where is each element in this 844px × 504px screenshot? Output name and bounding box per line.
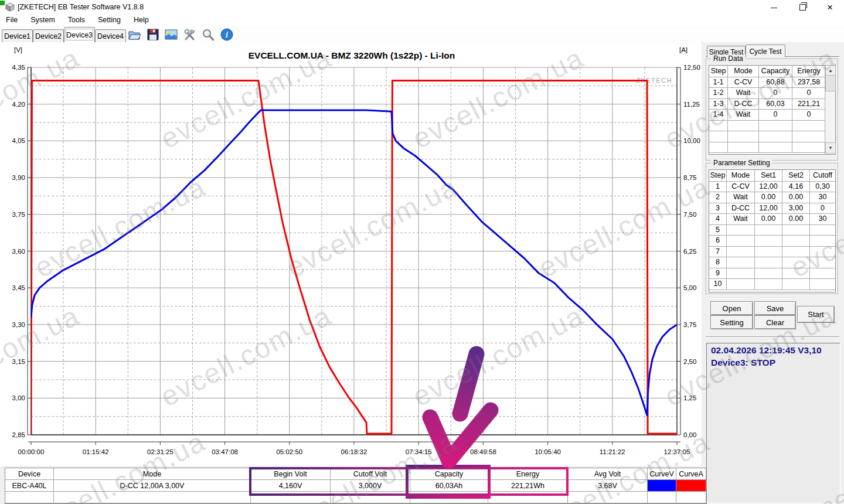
table-cell[interactable] bbox=[810, 235, 835, 247]
table-cell[interactable] bbox=[810, 246, 835, 258]
table-cell[interactable]: 0.00 bbox=[755, 192, 782, 203]
table-cell: 1-3 bbox=[709, 98, 728, 110]
table-cell[interactable]: 3 bbox=[709, 203, 727, 214]
open-button[interactable]: Open bbox=[710, 301, 753, 315]
right-axis-tick-label: 6,25 bbox=[683, 248, 696, 255]
scroll-thumb[interactable] bbox=[825, 75, 836, 91]
right-panel: Single Test Cycle Test Run Data StepMode… bbox=[702, 42, 844, 504]
table-cell[interactable]: 1 bbox=[709, 181, 727, 193]
table-cell[interactable]: 8 bbox=[709, 257, 727, 268]
menu-item-setting[interactable]: Setting bbox=[92, 15, 127, 25]
table-cell[interactable]: 0.00 bbox=[755, 213, 782, 225]
table-row: 1-3D-CC60,03221,21 bbox=[709, 98, 835, 110]
table-cell[interactable]: 6 bbox=[709, 235, 727, 247]
table-cell[interactable] bbox=[755, 278, 782, 290]
minimize-button[interactable] bbox=[764, 0, 784, 14]
table-cell[interactable]: 10 bbox=[709, 278, 727, 290]
table-cell[interactable] bbox=[727, 224, 755, 236]
table-cell[interactable] bbox=[727, 268, 755, 280]
table-cell[interactable]: 0 bbox=[810, 203, 835, 214]
table-cell[interactable]: 0.00 bbox=[782, 213, 810, 225]
start-button[interactable]: Start bbox=[797, 306, 835, 323]
save-floppy-button[interactable] bbox=[145, 27, 161, 42]
run-data-scrollbar[interactable]: ▲ ▼ bbox=[825, 65, 835, 154]
value-cell: EBC-A40L bbox=[5, 480, 54, 492]
menu-item-help[interactable]: Help bbox=[128, 15, 155, 25]
table-cell[interactable] bbox=[755, 268, 782, 280]
open-folder-button[interactable] bbox=[127, 27, 142, 42]
table-cell[interactable] bbox=[755, 235, 782, 247]
scroll-down-button[interactable]: ▼ bbox=[825, 142, 836, 154]
table-cell[interactable]: 30 bbox=[810, 213, 835, 225]
table-cell[interactable]: 4,16 bbox=[782, 181, 810, 193]
table-cell[interactable]: 2 bbox=[709, 192, 727, 203]
tab-device2[interactable]: Device2 bbox=[33, 29, 64, 42]
table-cell[interactable]: Wait bbox=[727, 192, 755, 203]
table-cell[interactable]: 5 bbox=[709, 224, 727, 236]
table-cell[interactable] bbox=[755, 246, 782, 258]
table-cell[interactable]: Wait bbox=[727, 213, 755, 225]
table-cell[interactable]: 0.00 bbox=[782, 192, 810, 203]
table-cell[interactable]: 9 bbox=[709, 268, 727, 280]
save-button[interactable]: Save bbox=[754, 301, 796, 315]
table-cell[interactable]: 3,00 bbox=[782, 203, 810, 214]
curve-color-swatch bbox=[648, 480, 676, 492]
x-axis-tick-label: 03:47:08 bbox=[212, 448, 238, 455]
empty-cell bbox=[54, 492, 251, 503]
table-cell[interactable]: 0,30 bbox=[810, 181, 835, 193]
info-button[interactable]: i bbox=[219, 27, 234, 42]
run-data-table: StepModeCapacityEnergy1-1C-CV60,88237,58… bbox=[709, 65, 836, 155]
right-axis-tick-label: 11,25 bbox=[683, 101, 700, 108]
table-cell[interactable] bbox=[755, 257, 782, 268]
window-title: [ZKETECH] EB Tester Software V1.8.8 bbox=[18, 3, 144, 11]
table-cell bbox=[792, 131, 825, 142]
restore-button[interactable] bbox=[792, 0, 812, 14]
table-cell[interactable] bbox=[727, 257, 755, 268]
minimize-icon bbox=[771, 8, 777, 8]
menu-item-system[interactable]: System bbox=[25, 15, 61, 25]
table-cell: 0 bbox=[792, 109, 825, 121]
app-window: [ZKETECH] EB Tester Software V1.8.8 × Fi… bbox=[0, 0, 844, 504]
table-cell[interactable] bbox=[727, 235, 755, 247]
left-axis-tick-label: 2,85 bbox=[12, 431, 25, 438]
table-cell[interactable] bbox=[810, 268, 835, 280]
chart-panel: 4,354,204,053,903,753,603,453,303,153,00… bbox=[0, 42, 702, 466]
menu-item-file[interactable]: File bbox=[0, 15, 23, 25]
table-cell[interactable] bbox=[782, 246, 810, 258]
table-row: 3D-CC12,003,000 bbox=[709, 203, 835, 214]
table-cell: 1-2 bbox=[709, 87, 728, 99]
menu-item-tools[interactable]: Tools bbox=[62, 15, 91, 25]
tab-device4[interactable]: Device4 bbox=[95, 29, 126, 42]
tab-device1[interactable]: Device1 bbox=[2, 29, 33, 42]
table-cell[interactable] bbox=[727, 246, 755, 258]
setting-button[interactable]: Setting bbox=[710, 315, 753, 329]
table-cell[interactable] bbox=[810, 278, 835, 290]
table-cell[interactable]: 7 bbox=[709, 246, 727, 258]
zoom-button[interactable] bbox=[200, 27, 216, 42]
table-cell[interactable]: C-CV bbox=[727, 181, 755, 193]
table-cell[interactable]: 12,00 bbox=[755, 203, 782, 214]
table-cell[interactable] bbox=[810, 257, 835, 268]
table-cell[interactable]: D-CC bbox=[727, 203, 755, 214]
clear-button[interactable]: Clear bbox=[754, 315, 796, 329]
table-cell[interactable] bbox=[782, 257, 810, 268]
tab-cycle-test[interactable]: Cycle Test bbox=[746, 45, 785, 57]
tools-button[interactable] bbox=[182, 27, 198, 42]
table-cell[interactable] bbox=[727, 278, 755, 290]
table-cell[interactable]: 4 bbox=[709, 213, 727, 225]
table-cell[interactable] bbox=[782, 278, 810, 290]
table-cell[interactable]: 30 bbox=[810, 192, 835, 203]
tab-device3[interactable]: Device3 bbox=[64, 27, 95, 42]
table-cell[interactable] bbox=[782, 268, 810, 280]
table-cell bbox=[728, 131, 759, 142]
image-export-button[interactable] bbox=[164, 27, 179, 42]
table-cell[interactable] bbox=[755, 224, 782, 236]
table-cell[interactable] bbox=[782, 224, 810, 236]
column-header-curvev: CurveV bbox=[648, 468, 676, 480]
voltage-current-chart: 4,354,204,053,903,753,603,453,303,153,00… bbox=[0, 42, 702, 466]
x-axis-tick-label: 05:02:50 bbox=[276, 448, 302, 455]
table-cell[interactable]: 12,00 bbox=[755, 181, 782, 193]
close-button[interactable]: × bbox=[820, 0, 840, 14]
table-cell[interactable] bbox=[810, 224, 835, 236]
table-cell[interactable] bbox=[782, 235, 810, 247]
